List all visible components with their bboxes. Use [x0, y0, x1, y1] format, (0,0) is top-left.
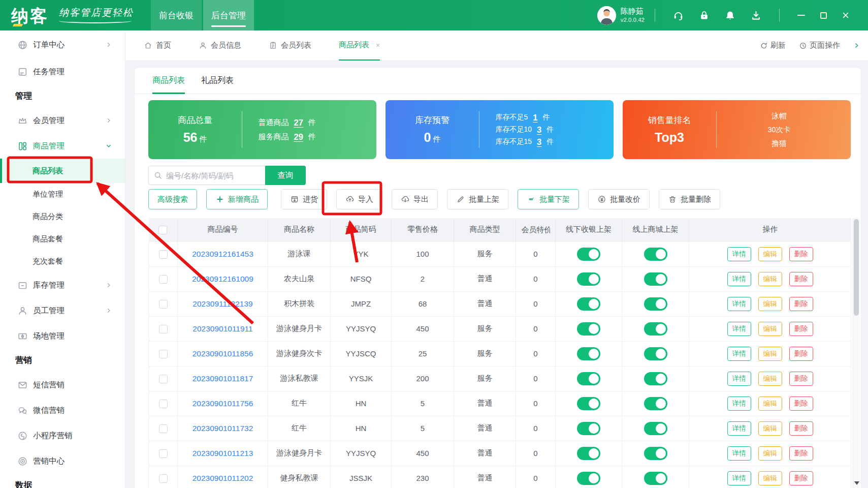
breadcrumb-product-list[interactable]: 商品列表 ×: [339, 30, 380, 60]
customer-service-icon[interactable]: [672, 10, 684, 21]
select-all-checkbox[interactable]: [158, 226, 167, 234]
product-id-link[interactable]: 20230901011202: [192, 474, 253, 482]
edit-button[interactable]: 编辑: [758, 247, 782, 261]
edit-button[interactable]: 编辑: [758, 471, 782, 485]
batch-delist-button[interactable]: 批量下架: [518, 189, 579, 209]
sidebar-item-miniprogram-marketing[interactable]: 小程序营销: [0, 423, 125, 448]
sidebar-item-wechat-marketing[interactable]: 微信营销: [0, 398, 125, 423]
online-toggle[interactable]: [644, 397, 667, 410]
detail-button[interactable]: 详情: [727, 372, 751, 386]
close-tab-icon[interactable]: ×: [376, 41, 380, 49]
stat-link[interactable]: 3: [537, 125, 541, 135]
sidebar-item-product-list[interactable]: 商品列表: [0, 159, 125, 183]
maximize-button[interactable]: [819, 11, 828, 20]
sidebar-item-product-package[interactable]: 商品套餐: [0, 228, 125, 250]
batch-list-button[interactable]: 批量上架: [447, 189, 508, 209]
online-toggle[interactable]: [644, 272, 667, 286]
delete-button[interactable]: 删除: [789, 471, 813, 485]
detail-button[interactable]: 详情: [727, 347, 751, 361]
sidebar-item-staff-management[interactable]: 员工管理: [0, 298, 125, 323]
row-checkbox[interactable]: [159, 250, 168, 259]
breadcrumb-home[interactable]: 首页: [144, 30, 171, 60]
sidebar-item-marketing-center[interactable]: 营销中心: [0, 448, 125, 474]
offline-toggle[interactable]: [577, 322, 600, 336]
row-checkbox[interactable]: [159, 275, 168, 284]
edit-button[interactable]: 编辑: [758, 272, 782, 286]
add-product-button[interactable]: 新增商品: [206, 189, 268, 209]
delete-button[interactable]: 删除: [789, 322, 813, 336]
row-checkbox[interactable]: [159, 424, 168, 433]
detail-button[interactable]: 详情: [727, 396, 751, 411]
export-button[interactable]: 导出: [392, 189, 438, 209]
product-id-link[interactable]: 20230901011213: [192, 449, 253, 458]
online-toggle[interactable]: [644, 297, 667, 311]
import-button[interactable]: 导入: [336, 189, 382, 209]
edit-button[interactable]: 编辑: [758, 396, 782, 411]
sidebar-item-product-category[interactable]: 商品分类: [0, 205, 125, 228]
expand-chevron-icon[interactable]: [853, 42, 860, 49]
online-toggle[interactable]: [644, 372, 667, 385]
detail-button[interactable]: 详情: [727, 272, 751, 286]
product-id-link[interactable]: 20230911122139: [192, 299, 252, 308]
stat-link[interactable]: 29: [294, 132, 303, 142]
user-avatar[interactable]: [597, 6, 616, 25]
sidebar-item-inventory-management[interactable]: 库存管理: [0, 272, 125, 298]
batch-reprice-button[interactable]: 批量改价: [588, 189, 650, 209]
detail-button[interactable]: 详情: [727, 247, 751, 261]
stat-link[interactable]: 1: [533, 113, 537, 123]
row-checkbox[interactable]: [159, 350, 168, 358]
offline-toggle[interactable]: [577, 447, 600, 460]
edit-button[interactable]: 编辑: [758, 297, 782, 311]
row-checkbox[interactable]: [159, 325, 168, 333]
stat-link[interactable]: 3: [537, 137, 541, 147]
offline-toggle[interactable]: [577, 272, 600, 286]
advanced-search-button[interactable]: 高级搜索: [148, 189, 197, 209]
online-toggle[interactable]: [644, 447, 667, 460]
scrollbar-down-arrow[interactable]: [853, 479, 860, 486]
nav-tab-cashier[interactable]: 前台收银: [151, 0, 202, 30]
minimize-button[interactable]: [796, 11, 806, 20]
sidebar-item-recharge-package[interactable]: 充次套餐: [0, 250, 125, 272]
edit-button[interactable]: 编辑: [758, 372, 782, 386]
stat-link[interactable]: 27: [294, 118, 303, 128]
product-id-link[interactable]: 20230901011817: [192, 374, 253, 383]
detail-button[interactable]: 详情: [727, 322, 751, 336]
offline-toggle[interactable]: [577, 397, 600, 410]
tab-gift-list[interactable]: 礼品列表: [201, 68, 234, 94]
product-id-link[interactable]: 20230901011911: [192, 324, 252, 333]
row-checkbox[interactable]: [159, 474, 168, 483]
edit-button[interactable]: 编辑: [758, 322, 782, 336]
delete-button[interactable]: 删除: [789, 247, 813, 261]
online-toggle[interactable]: [644, 347, 667, 360]
close-button[interactable]: [841, 11, 850, 20]
download-icon[interactable]: [750, 10, 762, 21]
delete-button[interactable]: 删除: [789, 347, 813, 361]
search-button[interactable]: 查询: [265, 166, 306, 185]
detail-button[interactable]: 详情: [727, 446, 751, 461]
batch-delete-button[interactable]: 批量删除: [659, 189, 720, 209]
delete-button[interactable]: 删除: [789, 396, 813, 411]
row-checkbox[interactable]: [159, 375, 168, 383]
delete-button[interactable]: 删除: [789, 272, 813, 286]
breadcrumb-member-info[interactable]: 会员信息: [199, 30, 241, 60]
page-operations-button[interactable]: 页面操作: [799, 41, 840, 50]
detail-button[interactable]: 详情: [727, 421, 751, 436]
sidebar-item-order-center[interactable]: 订单中心: [0, 30, 125, 59]
online-toggle[interactable]: [644, 248, 667, 261]
breadcrumb-member-list[interactable]: 会员列表: [269, 30, 311, 60]
edit-button[interactable]: 编辑: [758, 421, 782, 436]
delete-button[interactable]: 删除: [789, 446, 813, 461]
edit-button[interactable]: 编辑: [758, 347, 782, 361]
delete-button[interactable]: 删除: [789, 372, 813, 386]
tab-product-list[interactable]: 商品列表: [152, 68, 185, 94]
row-checkbox[interactable]: [159, 449, 168, 458]
product-id-link[interactable]: 20230912161009: [192, 274, 253, 283]
edit-button[interactable]: 编辑: [758, 446, 782, 461]
nav-tab-admin[interactable]: 后台管理: [203, 0, 254, 30]
product-id-link[interactable]: 20230901011732: [192, 424, 253, 433]
row-checkbox[interactable]: [159, 300, 168, 309]
sidebar-item-unit-management[interactable]: 单位管理: [0, 183, 125, 205]
product-id-link[interactable]: 20230901011856: [192, 349, 253, 358]
scrollbar-thumb[interactable]: [854, 219, 859, 316]
sidebar-item-member-management[interactable]: 会员管理: [0, 108, 125, 133]
